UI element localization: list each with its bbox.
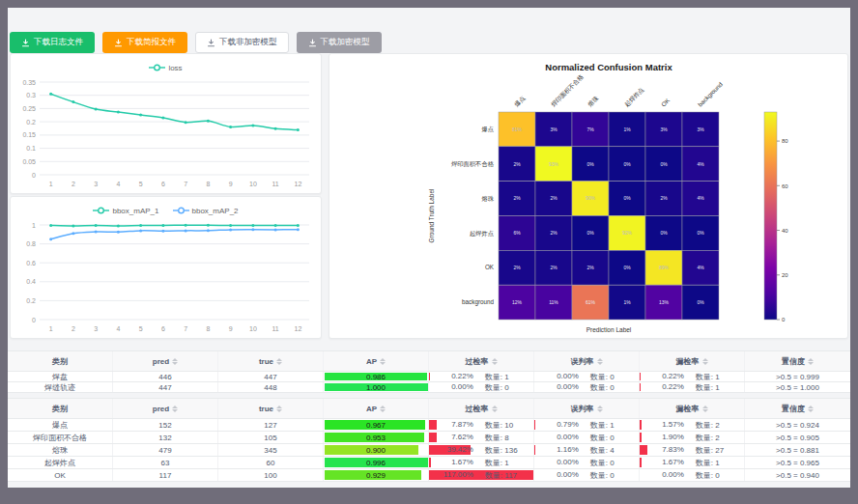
false-rate-cell: 1.16%数量: 4 bbox=[534, 444, 640, 456]
matrix-col-label: 起焊炸点 bbox=[623, 86, 645, 108]
svg-text:0: 0 bbox=[32, 172, 36, 179]
column-header-AP[interactable]: AP bbox=[324, 399, 429, 418]
column-header-pred[interactable]: pred bbox=[113, 351, 218, 371]
matrix-col-label: background bbox=[697, 80, 725, 108]
matrix-row-label: 焊印面积不合格 bbox=[451, 160, 495, 168]
download-icon bbox=[207, 39, 215, 47]
toolbar-button-1[interactable]: 下载简报文件 bbox=[102, 32, 187, 53]
category-cell: OK bbox=[8, 469, 113, 481]
svg-text:6: 6 bbox=[161, 325, 165, 332]
download-icon bbox=[114, 39, 123, 47]
svg-text:0.05: 0.05 bbox=[22, 158, 36, 165]
svg-text:0%: 0% bbox=[623, 195, 631, 201]
svg-text:4: 4 bbox=[116, 325, 120, 332]
toolbar-button-2[interactable]: 下载非加密模型 bbox=[195, 32, 289, 53]
column-header-true[interactable]: true bbox=[218, 351, 324, 371]
sort-icon bbox=[808, 406, 814, 412]
svg-text:0%: 0% bbox=[623, 161, 631, 167]
svg-text:8: 8 bbox=[206, 325, 210, 332]
svg-text:2%: 2% bbox=[550, 265, 558, 270]
miss-rate-cell: 0.22%数量: 1 bbox=[640, 382, 745, 392]
svg-text:9: 9 bbox=[229, 325, 233, 332]
svg-text:61%: 61% bbox=[586, 299, 596, 305]
false-rate-cell: 0.79%数量: 1 bbox=[534, 419, 640, 431]
loss-chart: 00.050.10.150.20.250.30.3512345678910111… bbox=[11, 75, 321, 189]
over-rate-cell: 7.87%数量: 10 bbox=[429, 419, 534, 431]
y-axis-label: Ground Truth Label bbox=[428, 188, 435, 243]
sort-icon bbox=[702, 358, 708, 365]
svg-text:81%: 81% bbox=[512, 126, 523, 132]
false-rate-cell: 0.00%数量: 0 bbox=[534, 469, 640, 481]
miss-rate-cell: 7.83%数量: 27 bbox=[640, 444, 745, 456]
table-row: 爆点1521270.9677.87%数量: 100.79%数量: 11.57%数… bbox=[8, 419, 850, 432]
svg-text:2%: 2% bbox=[586, 265, 594, 270]
svg-text:5: 5 bbox=[139, 181, 143, 187]
colorbar-tick: 80 bbox=[782, 138, 788, 144]
column-header-过检率[interactable]: 过检率 bbox=[429, 399, 534, 418]
miss-rate-cell: 1.90%数量: 2 bbox=[640, 432, 745, 443]
matrix-row-label: 熔珠 bbox=[481, 195, 494, 203]
colorbar bbox=[764, 112, 777, 320]
over-rate-cell: 117.00%数量: 117 bbox=[429, 469, 534, 481]
miss-rate-cell: 0.00%数量: 0 bbox=[640, 469, 745, 481]
category-cell: 起焊炸点 bbox=[8, 457, 113, 468]
column-header-误判率[interactable]: 误判率 bbox=[534, 399, 640, 418]
svg-text:3: 3 bbox=[94, 325, 98, 332]
column-header-类别: 类别 bbox=[8, 351, 113, 371]
legend-item-bbox_mAP_1[interactable]: bbox_mAP_1 bbox=[93, 207, 158, 215]
legend-item-loss[interactable]: loss bbox=[149, 64, 182, 72]
svg-text:0.8: 0.8 bbox=[26, 240, 36, 247]
svg-text:2: 2 bbox=[72, 181, 75, 187]
svg-text:0.2: 0.2 bbox=[26, 297, 36, 304]
svg-text:12: 12 bbox=[295, 325, 302, 332]
svg-text:12: 12 bbox=[295, 181, 302, 187]
chart-title: Normalized Confusion Matrix bbox=[545, 62, 672, 72]
column-header-置信度[interactable]: 置信度 bbox=[745, 399, 850, 418]
table-row: 熔珠4793450.90039.42%数量: 1361.16%数量: 47.83… bbox=[8, 444, 850, 457]
svg-text:9: 9 bbox=[229, 181, 233, 187]
svg-text:13%: 13% bbox=[659, 299, 670, 305]
svg-text:7%: 7% bbox=[586, 126, 594, 132]
svg-text:5: 5 bbox=[139, 325, 143, 332]
svg-text:7: 7 bbox=[184, 181, 187, 187]
confidence-cell: >0.5 = 0.905 bbox=[745, 432, 850, 443]
matrix-col-label: 爆点 bbox=[513, 95, 528, 109]
svg-text:0%: 0% bbox=[697, 299, 704, 305]
toolbar-button-3[interactable]: 下载加密模型 bbox=[297, 32, 382, 53]
matrix-col-label: 熔珠 bbox=[586, 94, 601, 108]
column-header-过检率[interactable]: 过检率 bbox=[429, 351, 534, 371]
svg-text:1%: 1% bbox=[623, 126, 631, 132]
svg-text:0.4: 0.4 bbox=[26, 278, 36, 285]
column-header-置信度[interactable]: 置信度 bbox=[745, 351, 850, 371]
table-header-row: 类别predtrueAP过检率误判率漏检率置信度 bbox=[8, 350, 850, 372]
true-cell: 448 bbox=[218, 382, 324, 392]
column-header-误判率[interactable]: 误判率 bbox=[534, 351, 640, 371]
svg-text:0%: 0% bbox=[660, 230, 668, 236]
true-cell: 105 bbox=[218, 432, 324, 443]
toolbar-button-0[interactable]: 下载日志文件 bbox=[10, 32, 95, 53]
matrix-row-label: 爆点 bbox=[481, 126, 494, 133]
column-header-漏检率[interactable]: 漏检率 bbox=[640, 351, 745, 371]
toolbar-button-label: 下载日志文件 bbox=[34, 37, 83, 48]
column-header-AP[interactable]: AP bbox=[324, 351, 429, 371]
legend-item-bbox_mAP_2[interactable]: bbox_mAP_2 bbox=[173, 207, 239, 215]
colorbar-tick: 60 bbox=[782, 183, 788, 189]
colorbar-tick: 20 bbox=[782, 272, 788, 278]
download-icon bbox=[308, 39, 317, 47]
confusion-matrix: Normalized Confusion Matrix81%3%7%1%3%3%… bbox=[329, 54, 847, 338]
sort-icon bbox=[492, 358, 498, 365]
matrix-row-label: background bbox=[462, 298, 494, 306]
ap-cell: 0.967 bbox=[324, 419, 429, 431]
svg-text:1: 1 bbox=[32, 222, 36, 229]
sort-icon bbox=[172, 406, 178, 412]
column-header-pred[interactable]: pred bbox=[113, 399, 218, 418]
pred-cell: 132 bbox=[113, 432, 218, 443]
true-cell: 100 bbox=[218, 469, 324, 481]
ap-cell: 0.996 bbox=[324, 457, 429, 468]
miss-rate-cell: 1.57%数量: 2 bbox=[640, 419, 745, 431]
column-header-true[interactable]: true bbox=[218, 399, 324, 418]
svg-text:3%: 3% bbox=[697, 126, 704, 132]
column-header-漏检率[interactable]: 漏检率 bbox=[640, 399, 745, 418]
sort-icon bbox=[702, 406, 708, 412]
category-cell: 焊缝轨迹 bbox=[8, 382, 113, 392]
